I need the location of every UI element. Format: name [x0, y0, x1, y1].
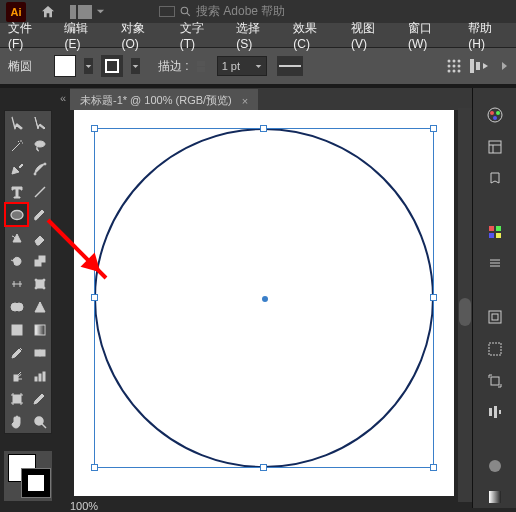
stroke-weight-field[interactable]: 1 pt [217, 56, 267, 76]
svg-rect-32 [14, 375, 18, 381]
stroke-dropdown[interactable] [131, 58, 140, 74]
handle-ne[interactable] [430, 125, 437, 132]
stroke-swatch[interactable] [101, 55, 123, 77]
curvature-tool[interactable] [28, 157, 51, 180]
pen-tool[interactable] [5, 157, 28, 180]
brushes-panel-icon[interactable] [485, 255, 505, 271]
anchor-bottom[interactable] [260, 464, 267, 471]
handle-nw[interactable] [91, 125, 98, 132]
doc-icon [159, 6, 175, 17]
slice-tool[interactable] [28, 387, 51, 410]
menu-effect[interactable]: 效果(C) [293, 20, 333, 51]
menu-edit[interactable]: 编辑(E) [64, 20, 103, 51]
shape-builder-tool[interactable] [5, 295, 28, 318]
zoom-tool[interactable] [28, 410, 51, 433]
align-panel-icon[interactable] [485, 404, 505, 420]
svg-point-2 [181, 7, 188, 14]
document-tab[interactable]: 未标题-1* @ 100% (RGB/预览) × [70, 89, 258, 112]
svg-point-16 [34, 173, 36, 175]
artboard[interactable] [74, 110, 454, 496]
svg-rect-45 [489, 233, 494, 238]
panel-collapse-icon[interactable]: « [60, 92, 66, 104]
free-transform-tool[interactable] [28, 272, 51, 295]
app-badge: Ai [6, 2, 26, 22]
layout-dropdown[interactable] [70, 5, 105, 19]
svg-rect-51 [489, 408, 492, 416]
paintbrush-tool[interactable] [28, 203, 51, 226]
stroke-weight-stepper[interactable] [197, 61, 205, 72]
svg-rect-21 [36, 280, 44, 288]
handle-se[interactable] [430, 464, 437, 471]
svg-point-25 [43, 287, 45, 289]
handle-sw[interactable] [91, 464, 98, 471]
scale-tool[interactable] [28, 249, 51, 272]
svg-rect-1 [78, 5, 92, 19]
fill-swatch[interactable] [54, 55, 76, 77]
svg-point-40 [496, 111, 500, 115]
swatches-panel-icon[interactable] [485, 224, 505, 240]
libraries-panel-icon[interactable] [485, 170, 505, 186]
gradient-tool[interactable] [28, 318, 51, 341]
artboard-tool[interactable] [5, 387, 28, 410]
lasso-tool[interactable] [28, 134, 51, 157]
svg-point-9 [458, 65, 461, 68]
svg-rect-31 [40, 350, 45, 356]
column-graph-tool[interactable] [28, 364, 51, 387]
anchor-top[interactable] [260, 125, 267, 132]
chevron-right-icon[interactable] [500, 61, 508, 71]
svg-rect-43 [489, 226, 494, 231]
selection-tool[interactable] [5, 111, 28, 134]
blend-tool[interactable] [28, 341, 51, 364]
search-input[interactable]: 搜索 Adobe 帮助 [196, 3, 285, 20]
graphic-styles-panel-icon[interactable] [485, 489, 505, 505]
shaper-tool[interactable] [5, 226, 28, 249]
fill-stroke-panel[interactable] [4, 451, 52, 501]
svg-rect-47 [489, 311, 501, 323]
mesh-tool[interactable] [5, 318, 28, 341]
transform-panel-icon[interactable] [485, 373, 505, 389]
search-icon[interactable] [179, 5, 192, 18]
color-panel-icon[interactable] [485, 106, 505, 124]
eraser-tool[interactable] [28, 226, 51, 249]
tool-name-label: 椭圆 [8, 58, 32, 75]
appearance-panel-icon[interactable] [485, 458, 505, 474]
menu-type[interactable]: 文字(T) [180, 20, 218, 51]
hand-tool[interactable] [5, 410, 28, 433]
perspective-tool[interactable] [28, 295, 51, 318]
rotate-tool[interactable] [5, 249, 28, 272]
menu-object[interactable]: 对象(O) [121, 20, 161, 51]
menu-window[interactable]: 窗口(W) [408, 20, 450, 51]
menu-file[interactable]: 文件(F) [8, 20, 46, 51]
options-icon[interactable] [446, 58, 462, 74]
tab-title: 未标题-1* @ 100% (RGB/预览) [80, 93, 232, 108]
fill-dropdown[interactable] [84, 58, 93, 74]
stroke-color[interactable] [22, 469, 50, 497]
zoom-level[interactable]: 100% [70, 500, 98, 512]
svg-point-11 [453, 70, 456, 73]
ellipse-tool[interactable] [5, 203, 28, 226]
magic-wand-tool[interactable] [5, 134, 28, 157]
menu-help[interactable]: 帮助(H) [468, 20, 508, 51]
stroke-panel-icon[interactable] [485, 340, 505, 358]
type-tool[interactable] [5, 180, 28, 203]
line-tool[interactable] [28, 180, 51, 203]
properties-panel-icon[interactable] [485, 139, 505, 155]
canvas-area [70, 110, 460, 500]
home-icon[interactable] [40, 4, 56, 20]
direct-selection-tool[interactable] [28, 111, 51, 134]
symbols-panel-icon[interactable] [485, 309, 505, 325]
eyedropper-tool[interactable] [5, 341, 28, 364]
menu-select[interactable]: 选择(S) [236, 20, 275, 51]
menu-view[interactable]: 视图(V) [351, 20, 390, 51]
vertical-scrollbar[interactable] [458, 108, 472, 502]
svg-point-54 [489, 460, 501, 472]
close-tab-button[interactable]: × [242, 95, 248, 107]
stroke-style-dropdown[interactable] [277, 56, 303, 76]
align-icon[interactable] [470, 57, 492, 75]
anchor-left[interactable] [91, 294, 98, 301]
symbol-sprayer-tool[interactable] [5, 364, 28, 387]
svg-point-15 [35, 141, 45, 147]
scrollbar-thumb[interactable] [459, 298, 471, 326]
anchor-right[interactable] [430, 294, 437, 301]
width-tool[interactable] [5, 272, 28, 295]
